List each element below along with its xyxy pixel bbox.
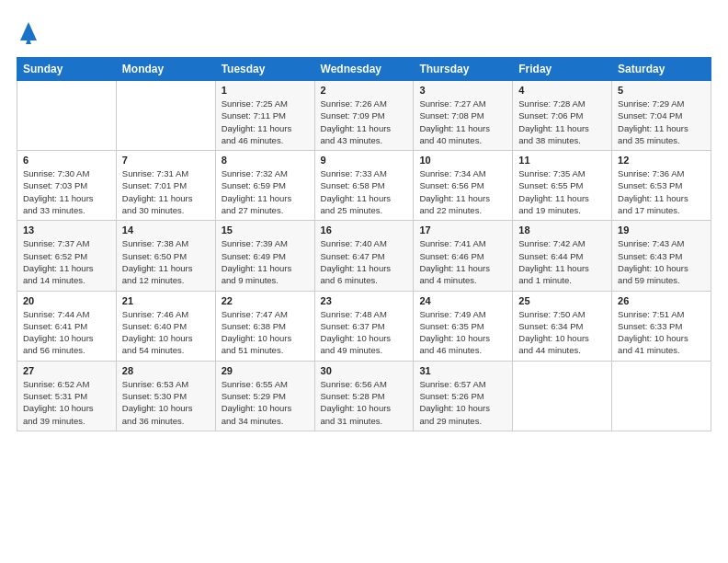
calendar-cell bbox=[612, 361, 711, 431]
calendar-week-1: 1Sunrise: 7:25 AM Sunset: 7:11 PM Daylig… bbox=[17, 81, 711, 151]
calendar-header-row: SundayMondayTuesdayWednesdayThursdayFrid… bbox=[17, 58, 711, 81]
day-number: 5 bbox=[618, 85, 705, 96]
calendar-cell: 30Sunrise: 6:56 AM Sunset: 5:28 PM Dayli… bbox=[314, 361, 414, 431]
calendar-week-3: 13Sunrise: 7:37 AM Sunset: 6:52 PM Dayli… bbox=[17, 221, 711, 291]
day-info: Sunrise: 7:34 AM Sunset: 6:56 PM Dayligh… bbox=[419, 167, 506, 216]
day-info: Sunrise: 7:42 AM Sunset: 6:44 PM Dayligh… bbox=[518, 237, 606, 286]
calendar-cell: 12Sunrise: 7:36 AM Sunset: 6:53 PM Dayli… bbox=[612, 151, 711, 221]
calendar-cell bbox=[17, 81, 117, 151]
calendar-week-2: 6Sunrise: 7:30 AM Sunset: 7:03 PM Daylig… bbox=[17, 151, 711, 221]
day-info: Sunrise: 6:55 AM Sunset: 5:29 PM Dayligh… bbox=[222, 378, 309, 427]
day-info: Sunrise: 7:26 AM Sunset: 7:09 PM Dayligh… bbox=[321, 98, 408, 146]
day-info: Sunrise: 6:57 AM Sunset: 5:26 PM Dayligh… bbox=[419, 378, 506, 427]
day-number: 25 bbox=[518, 295, 606, 306]
day-number: 2 bbox=[321, 85, 408, 96]
weekday-header-friday: Friday bbox=[513, 58, 612, 81]
day-info: Sunrise: 6:53 AM Sunset: 5:30 PM Dayligh… bbox=[122, 378, 210, 427]
weekday-header-sunday: Sunday bbox=[17, 58, 117, 81]
calendar-cell: 18Sunrise: 7:42 AM Sunset: 6:44 PM Dayli… bbox=[513, 221, 612, 291]
calendar-cell: 20Sunrise: 7:44 AM Sunset: 6:41 PM Dayli… bbox=[17, 291, 117, 361]
day-number: 3 bbox=[419, 85, 506, 96]
day-number: 18 bbox=[518, 224, 606, 236]
day-info: Sunrise: 7:25 AM Sunset: 7:11 PM Dayligh… bbox=[222, 98, 309, 146]
calendar-cell: 13Sunrise: 7:37 AM Sunset: 6:52 PM Dayli… bbox=[17, 221, 117, 291]
day-info: Sunrise: 7:36 AM Sunset: 6:53 PM Dayligh… bbox=[618, 167, 705, 216]
day-info: Sunrise: 7:41 AM Sunset: 6:46 PM Dayligh… bbox=[419, 237, 506, 286]
day-number: 16 bbox=[321, 224, 408, 236]
day-number: 7 bbox=[122, 155, 210, 166]
logo bbox=[17, 17, 39, 48]
calendar-cell: 23Sunrise: 7:48 AM Sunset: 6:37 PM Dayli… bbox=[314, 291, 414, 361]
calendar-week-5: 27Sunrise: 6:52 AM Sunset: 5:31 PM Dayli… bbox=[17, 361, 711, 431]
day-info: Sunrise: 7:28 AM Sunset: 7:06 PM Dayligh… bbox=[518, 98, 606, 146]
day-info: Sunrise: 7:46 AM Sunset: 6:40 PM Dayligh… bbox=[122, 308, 210, 357]
calendar-cell: 1Sunrise: 7:25 AM Sunset: 7:11 PM Daylig… bbox=[215, 81, 314, 151]
calendar-cell: 17Sunrise: 7:41 AM Sunset: 6:46 PM Dayli… bbox=[414, 221, 513, 291]
day-info: Sunrise: 7:38 AM Sunset: 6:50 PM Dayligh… bbox=[122, 237, 210, 286]
day-info: Sunrise: 7:32 AM Sunset: 6:59 PM Dayligh… bbox=[222, 167, 309, 216]
day-number: 22 bbox=[222, 295, 309, 306]
day-number: 17 bbox=[419, 224, 506, 236]
day-number: 6 bbox=[23, 155, 110, 166]
day-number: 28 bbox=[122, 365, 210, 376]
day-info: Sunrise: 7:50 AM Sunset: 6:34 PM Dayligh… bbox=[518, 308, 606, 357]
day-number: 24 bbox=[419, 295, 506, 306]
calendar-cell: 11Sunrise: 7:35 AM Sunset: 6:55 PM Dayli… bbox=[513, 151, 612, 221]
calendar-cell: 6Sunrise: 7:30 AM Sunset: 7:03 PM Daylig… bbox=[17, 151, 117, 221]
calendar-cell: 8Sunrise: 7:32 AM Sunset: 6:59 PM Daylig… bbox=[215, 151, 314, 221]
day-info: Sunrise: 7:47 AM Sunset: 6:38 PM Dayligh… bbox=[222, 308, 309, 357]
day-info: Sunrise: 7:29 AM Sunset: 7:04 PM Dayligh… bbox=[618, 98, 705, 146]
day-info: Sunrise: 7:31 AM Sunset: 7:01 PM Dayligh… bbox=[122, 167, 210, 216]
day-info: Sunrise: 6:56 AM Sunset: 5:28 PM Dayligh… bbox=[321, 378, 408, 427]
calendar-cell: 7Sunrise: 7:31 AM Sunset: 7:01 PM Daylig… bbox=[116, 151, 215, 221]
weekday-header-monday: Monday bbox=[116, 58, 215, 81]
calendar-cell: 25Sunrise: 7:50 AM Sunset: 6:34 PM Dayli… bbox=[513, 291, 612, 361]
day-number: 30 bbox=[321, 365, 408, 376]
day-number: 9 bbox=[321, 155, 408, 166]
page: SundayMondayTuesdayWednesdayThursdayFrid… bbox=[0, 0, 728, 563]
day-info: Sunrise: 7:40 AM Sunset: 6:47 PM Dayligh… bbox=[321, 237, 408, 286]
day-number: 1 bbox=[222, 85, 309, 96]
day-info: Sunrise: 7:37 AM Sunset: 6:52 PM Dayligh… bbox=[23, 237, 110, 286]
day-number: 12 bbox=[618, 155, 705, 166]
day-number: 23 bbox=[321, 295, 408, 306]
day-number: 31 bbox=[419, 365, 506, 376]
day-number: 29 bbox=[222, 365, 309, 376]
day-info: Sunrise: 7:33 AM Sunset: 6:58 PM Dayligh… bbox=[321, 167, 408, 216]
calendar-cell: 28Sunrise: 6:53 AM Sunset: 5:30 PM Dayli… bbox=[116, 361, 215, 431]
logo-icon bbox=[18, 18, 39, 48]
header bbox=[17, 17, 711, 48]
day-info: Sunrise: 7:51 AM Sunset: 6:33 PM Dayligh… bbox=[618, 308, 705, 357]
calendar-cell: 14Sunrise: 7:38 AM Sunset: 6:50 PM Dayli… bbox=[116, 221, 215, 291]
day-info: Sunrise: 7:35 AM Sunset: 6:55 PM Dayligh… bbox=[518, 167, 606, 216]
day-info: Sunrise: 7:30 AM Sunset: 7:03 PM Dayligh… bbox=[23, 167, 110, 216]
calendar-cell: 31Sunrise: 6:57 AM Sunset: 5:26 PM Dayli… bbox=[414, 361, 513, 431]
weekday-header-thursday: Thursday bbox=[414, 58, 513, 81]
day-info: Sunrise: 7:48 AM Sunset: 6:37 PM Dayligh… bbox=[321, 308, 408, 357]
day-info: Sunrise: 7:27 AM Sunset: 7:08 PM Dayligh… bbox=[419, 98, 506, 146]
day-info: Sunrise: 7:39 AM Sunset: 6:49 PM Dayligh… bbox=[222, 237, 309, 286]
weekday-header-wednesday: Wednesday bbox=[314, 58, 414, 81]
calendar-cell: 24Sunrise: 7:49 AM Sunset: 6:35 PM Dayli… bbox=[414, 291, 513, 361]
calendar-cell: 9Sunrise: 7:33 AM Sunset: 6:58 PM Daylig… bbox=[314, 151, 414, 221]
calendar-cell bbox=[116, 81, 215, 151]
calendar-table: SundayMondayTuesdayWednesdayThursdayFrid… bbox=[17, 57, 711, 431]
day-info: Sunrise: 7:49 AM Sunset: 6:35 PM Dayligh… bbox=[419, 308, 506, 357]
day-number: 11 bbox=[518, 155, 606, 166]
calendar-cell: 29Sunrise: 6:55 AM Sunset: 5:29 PM Dayli… bbox=[215, 361, 314, 431]
calendar-cell bbox=[513, 361, 612, 431]
weekday-header-tuesday: Tuesday bbox=[215, 58, 314, 81]
day-number: 4 bbox=[518, 85, 606, 96]
calendar-cell: 15Sunrise: 7:39 AM Sunset: 6:49 PM Dayli… bbox=[215, 221, 314, 291]
calendar-cell: 4Sunrise: 7:28 AM Sunset: 7:06 PM Daylig… bbox=[513, 81, 612, 151]
day-number: 26 bbox=[618, 295, 705, 306]
calendar-week-4: 20Sunrise: 7:44 AM Sunset: 6:41 PM Dayli… bbox=[17, 291, 711, 361]
calendar-cell: 27Sunrise: 6:52 AM Sunset: 5:31 PM Dayli… bbox=[17, 361, 117, 431]
day-info: Sunrise: 7:44 AM Sunset: 6:41 PM Dayligh… bbox=[23, 308, 110, 357]
calendar-cell: 5Sunrise: 7:29 AM Sunset: 7:04 PM Daylig… bbox=[612, 81, 711, 151]
day-info: Sunrise: 6:52 AM Sunset: 5:31 PM Dayligh… bbox=[23, 378, 110, 427]
day-number: 15 bbox=[222, 224, 309, 236]
calendar-cell: 3Sunrise: 7:27 AM Sunset: 7:08 PM Daylig… bbox=[414, 81, 513, 151]
calendar-cell: 22Sunrise: 7:47 AM Sunset: 6:38 PM Dayli… bbox=[215, 291, 314, 361]
calendar-cell: 21Sunrise: 7:46 AM Sunset: 6:40 PM Dayli… bbox=[116, 291, 215, 361]
